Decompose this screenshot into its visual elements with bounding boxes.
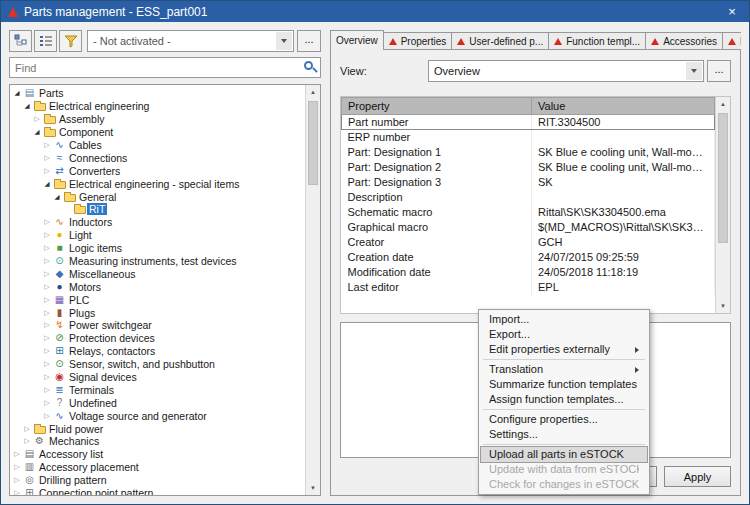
tree-item[interactable]: ▷▤Accessory list xyxy=(12,448,303,461)
tree-item[interactable]: ▷Fluid power xyxy=(12,422,303,435)
value-cell[interactable] xyxy=(532,190,715,205)
menu-item[interactable]: Edit properties externally xyxy=(481,342,647,357)
menu-item[interactable]: Summarize function templates xyxy=(481,377,647,392)
tab-properties[interactable]: Properties xyxy=(384,32,453,50)
close-button[interactable]: × xyxy=(715,1,749,22)
filter-more-button[interactable]: ... xyxy=(297,30,321,52)
table-row[interactable]: Graphical macro$(MD_MACROS)\Rittal\SK\SK… xyxy=(342,220,715,235)
scroll-down-icon[interactable]: ▼ xyxy=(716,299,730,313)
value-cell[interactable] xyxy=(532,130,715,145)
tree-item[interactable]: ▷∿Cables xyxy=(12,139,303,152)
menu-item[interactable]: Translation xyxy=(481,362,647,377)
expander-icon[interactable]: ▷ xyxy=(22,436,32,446)
tree-item[interactable]: ◢Electrical engineering - special items xyxy=(12,177,303,190)
expander-icon[interactable]: ▷ xyxy=(12,488,22,496)
tree-item[interactable]: ▷∿Voltage source and generator xyxy=(12,409,303,422)
tree-item[interactable]: ▷⊘Protection devices xyxy=(12,332,303,345)
apply-button[interactable]: Apply xyxy=(664,466,731,487)
tab-manufacturing[interactable]: Manufacturing xyxy=(723,32,741,50)
expander-icon[interactable]: ▷ xyxy=(42,333,52,343)
tree-item[interactable]: ▷≈Connections xyxy=(12,151,303,164)
table-row[interactable]: Description xyxy=(342,190,715,205)
expander-icon[interactable]: ◢ xyxy=(22,101,32,111)
table-scrollbar[interactable]: ▲ ▼ xyxy=(715,97,730,313)
tab-function-templ[interactable]: Function templ... xyxy=(549,32,646,50)
table-row[interactable]: Modification date24/05/2018 11:18:19 xyxy=(342,265,715,280)
table-row[interactable]: Part: Designation 3SK xyxy=(342,175,715,190)
value-cell[interactable]: SK Blue e cooling unit, Wall-mounted, 1.… xyxy=(532,145,715,160)
table-row[interactable]: Part: Designation 1SK Blue e cooling uni… xyxy=(342,145,715,160)
tree-item[interactable]: ▷▮Plugs xyxy=(12,306,303,319)
expander-icon[interactable]: ▷ xyxy=(42,166,52,176)
tree-item[interactable]: ▷◉Signal devices xyxy=(12,371,303,384)
expander-icon[interactable]: ▷ xyxy=(42,320,52,330)
menu-item[interactable]: Upload all parts in eSTOCK xyxy=(481,447,647,462)
value-cell[interactable]: 24/05/2018 11:18:19 xyxy=(532,265,715,280)
menu-item[interactable]: Configure properties... xyxy=(481,412,647,427)
tree-item[interactable]: ◢General xyxy=(12,190,303,203)
expander-icon[interactable]: ▷ xyxy=(22,424,32,434)
menu-item[interactable]: Import... xyxy=(481,312,647,327)
tree-item[interactable]: ▷⇄Converters xyxy=(12,164,303,177)
table-row[interactable]: ERP number xyxy=(342,130,715,145)
tree-item[interactable]: ▷◆Miscellaneous xyxy=(12,267,303,280)
tree-scrollbar[interactable]: ▲ ▼ xyxy=(305,85,320,495)
value-cell[interactable]: EPL xyxy=(532,280,715,295)
table-row[interactable]: CreatorGCH xyxy=(342,235,715,250)
expander-icon[interactable]: ▷ xyxy=(42,282,52,292)
tree-item[interactable]: ▷↯Power switchgear xyxy=(12,319,303,332)
value-cell[interactable]: SK xyxy=(532,175,715,190)
expander-icon[interactable]: ▷ xyxy=(32,114,42,124)
table-row[interactable]: Creation date24/07/2015 09:25:59 xyxy=(342,250,715,265)
tree-scrollbar-thumb[interactable] xyxy=(308,101,318,185)
tree-view-button[interactable] xyxy=(9,30,32,52)
column-header[interactable]: Property xyxy=(342,98,532,115)
tree-item[interactable]: ▷▦PLC xyxy=(12,293,303,306)
titlebar[interactable]: Parts management - ESS_part001 × xyxy=(1,1,749,22)
table-row[interactable]: Schematic macroRittal\SK\SK3304500.ema xyxy=(342,205,715,220)
tree-item[interactable]: ▷⚙Mechanics xyxy=(12,435,303,448)
tree-item[interactable]: ▷⊞Connection point pattern xyxy=(12,487,303,496)
expander-icon[interactable]: ◢ xyxy=(12,88,22,98)
tab-user-defined-p[interactable]: User-defined p... xyxy=(452,32,549,50)
expander-icon[interactable]: ▷ xyxy=(42,140,52,150)
expander-icon[interactable]: ▷ xyxy=(42,217,52,227)
expander-icon[interactable]: ▷ xyxy=(12,475,22,485)
tree-item[interactable]: ▷≣Terminals xyxy=(12,383,303,396)
expander-icon[interactable]: ▷ xyxy=(42,153,52,163)
expander-icon[interactable]: ▷ xyxy=(42,295,52,305)
view-select[interactable]: Overview xyxy=(428,60,704,82)
scroll-up-icon[interactable]: ▲ xyxy=(306,85,320,99)
tree-item[interactable]: RiT xyxy=(12,203,303,216)
column-header[interactable]: Value xyxy=(532,98,715,115)
tree-item[interactable]: ◢▤Parts xyxy=(12,87,303,100)
value-cell[interactable]: RIT.3304500 xyxy=(532,115,715,130)
value-cell[interactable]: Rittal\SK\SK3304500.ema xyxy=(532,205,715,220)
tree-item[interactable]: ◢Electrical engineering xyxy=(12,100,303,113)
value-cell[interactable]: $(MD_MACROS)\Rittal\SK\SK3304500_3D.ema xyxy=(532,220,715,235)
view-more-button[interactable]: ... xyxy=(707,60,731,82)
expander-icon[interactable]: ▷ xyxy=(42,243,52,253)
table-row[interactable]: Part: Designation 2SK Blue e cooling uni… xyxy=(342,160,715,175)
menu-item[interactable]: Export... xyxy=(481,327,647,342)
search-icon[interactable] xyxy=(304,61,313,70)
expander-icon[interactable]: ◢ xyxy=(32,127,42,137)
expander-icon[interactable]: ▷ xyxy=(42,269,52,279)
table-scrollbar-thumb[interactable] xyxy=(718,113,728,243)
expander-icon[interactable]: ▷ xyxy=(42,359,52,369)
tree-item[interactable]: ▷∿Inductors xyxy=(12,216,303,229)
tree-item[interactable]: ▷◎Drilling pattern xyxy=(12,474,303,487)
tree-item[interactable]: ◢Component xyxy=(12,126,303,139)
expander-icon[interactable]: ▷ xyxy=(42,385,52,395)
expander-icon[interactable]: ▷ xyxy=(42,256,52,266)
table-row[interactable]: Last editorEPL xyxy=(342,280,715,295)
list-view-button[interactable] xyxy=(34,30,57,52)
expander-icon[interactable]: ▷ xyxy=(12,449,22,459)
tree-item[interactable]: ▷?Undefined xyxy=(12,396,303,409)
tree-item[interactable]: ▷▥Accessory placement xyxy=(12,461,303,474)
expander-icon[interactable]: ◢ xyxy=(52,192,62,202)
tree-item[interactable]: ▷●Light xyxy=(12,229,303,242)
expander-icon[interactable]: ▷ xyxy=(42,308,52,318)
value-cell[interactable]: GCH xyxy=(532,235,715,250)
expander-icon[interactable]: ▷ xyxy=(42,398,52,408)
